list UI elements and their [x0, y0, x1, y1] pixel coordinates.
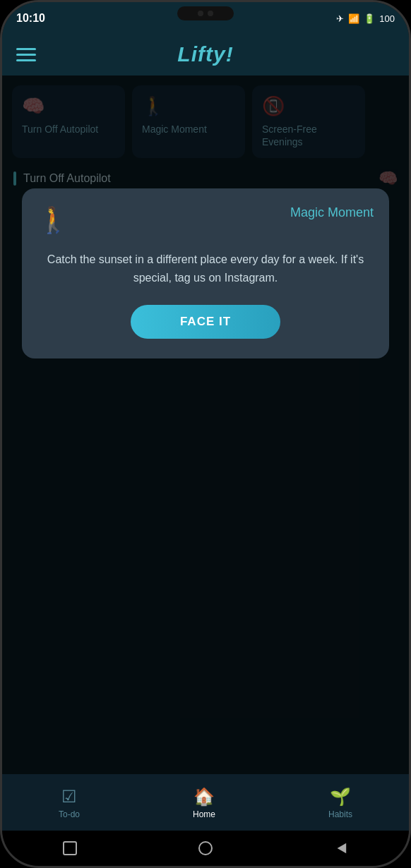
wifi-icon: 📶	[348, 13, 359, 24]
nav-item-home[interactable]: 🏠 Home	[193, 787, 215, 819]
battery-icon: 🔋	[364, 13, 375, 24]
recent-apps-button[interactable]	[60, 838, 80, 858]
modal-description: Catch the sunset in a different place ev…	[37, 251, 374, 287]
battery-level: 100	[379, 13, 395, 24]
hamburger-menu-button[interactable]	[16, 48, 36, 61]
main-content: 🧠 Turn Off Autopilot 🚶 Magic Moment 📵 Sc…	[2, 76, 409, 774]
habits-label: Habits	[328, 809, 352, 819]
modal-card: 🚶 Magic Moment Catch the sunset in a dif…	[22, 188, 389, 358]
status-icons: ✈ 📶 🔋 100	[336, 13, 395, 24]
notch	[177, 6, 234, 20]
phone-shell: 10:10 ✈ 📶 🔋 100 Lifty! 🧠 Turn Off Autopi…	[0, 0, 411, 868]
home-icon: 🏠	[193, 787, 215, 807]
svg-marker-0	[338, 843, 347, 853]
system-nav	[2, 831, 409, 866]
airplane-icon: ✈	[336, 13, 344, 24]
todo-label: To-do	[59, 809, 80, 819]
home-button[interactable]	[196, 838, 215, 858]
modal-overlay: 🚶 Magic Moment Catch the sunset in a dif…	[2, 76, 409, 774]
modal-category-label: Magic Moment	[290, 205, 374, 220]
habits-icon: 🌱	[330, 787, 351, 807]
sensor-dot	[208, 11, 213, 16]
nav-item-habits[interactable]: 🌱 Habits	[328, 787, 352, 819]
modal-header: 🚶 Magic Moment	[37, 205, 374, 235]
camera-dot	[198, 11, 203, 16]
home-label: Home	[193, 809, 215, 819]
face-it-button[interactable]: FACE IT	[131, 305, 280, 339]
app-title: Lifty!	[177, 42, 233, 66]
app-header: Lifty!	[2, 33, 409, 76]
modal-category-icon: 🚶	[37, 205, 69, 235]
nav-item-todo[interactable]: ☑ To-do	[59, 787, 80, 819]
bottom-nav: ☑ To-do 🏠 Home 🌱 Habits	[2, 774, 409, 831]
back-button[interactable]	[331, 838, 351, 858]
status-time: 10:10	[16, 12, 45, 25]
todo-icon: ☑	[61, 787, 77, 807]
